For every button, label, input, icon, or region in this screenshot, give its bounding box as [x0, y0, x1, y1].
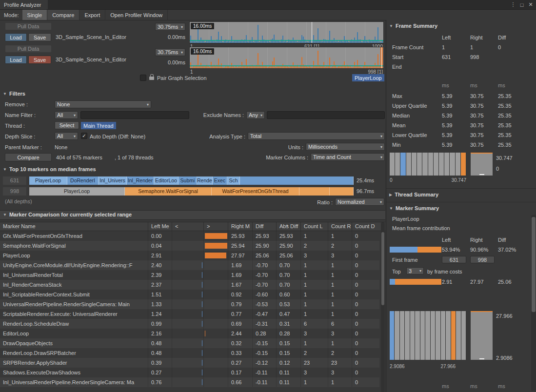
frame-time-graph-left[interactable]: 16.00ms	[189, 21, 384, 43]
marker-segment[interactable]: Rende	[197, 176, 213, 185]
marker-segment[interactable]: DoRenderI	[67, 176, 99, 185]
table-row[interactable]: Semaphore.WaitForSignal0.0425.9425.9025.…	[0, 241, 379, 251]
table-row[interactable]: ScriptableRenderer.Execute: UniversalRen…	[0, 309, 379, 319]
units-dropdown[interactable]: Milliseconds ▾	[306, 143, 385, 151]
table-row[interactable]: RenderLoop.ScheduleDraw0.990.69-0.310.31…	[0, 319, 379, 329]
panel-scrollbar-thumb[interactable]	[532, 217, 536, 312]
marker-segment[interactable]: PlayerLoop	[29, 187, 125, 196]
table-row[interactable]: Inl_ScriptableRenderContext.Submit1.510.…	[0, 290, 379, 299]
frame-number-badge[interactable]: 631	[3, 176, 26, 185]
summary-row: Upper Quartile5.3930.7525.35	[386, 101, 536, 111]
column-right-mean[interactable]: Right M	[228, 222, 252, 231]
frame-summary-header[interactable]: ▼ Frame Summary	[389, 23, 437, 29]
window-tab[interactable]: Profile Analyzer	[0, 0, 48, 9]
graph-max-dropdown-right[interactable]: 30.75ms ▾	[155, 48, 185, 56]
marker-summary-histogram[interactable]	[390, 311, 466, 360]
marker-columns-dropdown[interactable]: Time and Count ▾	[311, 153, 385, 161]
table-row[interactable]: Inl_UniversalRenderTotal2.391.69-0.700.7…	[0, 270, 379, 280]
table-row[interactable]: Inl_UniversalRenderPipeline.RenderSingle…	[0, 377, 379, 387]
depth-slice-dropdown[interactable]: All ▾	[55, 132, 78, 140]
pull-data-button-right[interactable]: Pull Data	[5, 45, 52, 53]
close-icon[interactable]: ✕	[526, 0, 535, 9]
pull-data-button-left[interactable]: Pull Data	[5, 22, 52, 30]
column-right-bar[interactable]: >	[203, 222, 228, 231]
cell-diff-bar	[203, 260, 228, 270]
table-row[interactable]: Shadows.ExecuteDrawShadows0.270.17-0.110…	[0, 368, 379, 377]
comparison-header[interactable]: ▼ Marker Comparison for currently select…	[3, 212, 385, 217]
load-button-left[interactable]: Load	[5, 33, 27, 41]
mode-single-button[interactable]: Single	[22, 10, 48, 20]
thread-value-chip[interactable]: Main Thread	[81, 122, 116, 129]
maximize-icon[interactable]: □	[517, 0, 526, 9]
marker-segment[interactable]: WaitForPresentOnGfxThread	[212, 187, 299, 196]
marker-segment[interactable]: Inl_Univers	[99, 176, 127, 185]
exclude-mode-dropdown[interactable]: Any ▾	[246, 111, 265, 119]
ratio-dropdown[interactable]: Normalized ▾	[335, 198, 384, 206]
table-row[interactable]: UnityEngine.CoreModule.dll!UnityEngine.R…	[0, 260, 379, 270]
column-marker-name[interactable]: Marker Name	[0, 222, 148, 231]
graph-max-dropdown-left[interactable]: 30.75ms ▾	[155, 23, 185, 31]
exclude-mode-value: Any	[249, 112, 258, 118]
table-row[interactable]: SRPBRender.ApplyShader0.390.27-0.120.122…	[0, 358, 379, 368]
save-button-left[interactable]: Save	[28, 33, 51, 41]
name-filter-input[interactable]	[80, 111, 189, 119]
mode-compare-button[interactable]: Compare	[47, 10, 79, 20]
column-count-right[interactable]: Count R	[328, 222, 352, 231]
open-profiler-button[interactable]: Open Profiler Window	[105, 10, 168, 20]
save-button-right[interactable]: Save	[28, 56, 51, 64]
cell-diff-bar	[203, 348, 228, 358]
marker-segment[interactable]: Exec	[213, 176, 227, 185]
exclude-names-input[interactable]	[267, 111, 385, 119]
graph-bar	[203, 40, 204, 43]
column-count-left[interactable]: Count L	[300, 222, 328, 231]
auto-depth-checkbox[interactable]: ✓	[81, 133, 87, 139]
marker-segment[interactable]	[299, 187, 330, 196]
analysis-type-dropdown[interactable]: Total ▾	[248, 132, 385, 140]
table-row[interactable]: EditorLoop2.162.440.280.28330	[0, 329, 379, 338]
selected-marker-chip[interactable]: PlayerLoop	[352, 74, 384, 81]
column-diff[interactable]: Diff	[252, 222, 276, 231]
marker-segment[interactable]	[240, 176, 354, 185]
column-left-bar[interactable]: <	[172, 222, 203, 231]
load-button-right[interactable]: Load	[5, 56, 27, 64]
table-row[interactable]: PlayerLoop2.9127.9725.0625.06330	[0, 251, 379, 260]
graph-bar	[332, 66, 333, 68]
cell-diff-bar	[172, 329, 203, 338]
frame-summary-histogram[interactable]	[390, 153, 466, 176]
table-row[interactable]: Gfx.WaitForPresentOnGfxThread0.0025.9325…	[0, 231, 379, 241]
marker-segment[interactable]: EditorLoo	[154, 176, 179, 185]
frame-time-graph-right[interactable]: 16.00ms	[189, 47, 384, 69]
column-abs-diff[interactable]: ▲ Abs Diff	[276, 222, 300, 231]
table-scrollbar-thumb[interactable]	[381, 232, 384, 305]
marker-segment[interactable]: PlayerLoop	[29, 176, 67, 185]
kebab-menu-icon[interactable]: ⋮	[509, 0, 517, 9]
cell-diff-bar	[203, 251, 228, 260]
marker-segment[interactable]: Semaphore.WaitForSignal	[125, 187, 212, 196]
marker-segment[interactable]: Sch	[227, 176, 240, 185]
panel-scrollbar[interactable]	[531, 215, 536, 391]
frame-number-badge[interactable]: 998	[3, 187, 26, 196]
marker-segment[interactable]: Submi	[179, 176, 197, 185]
marker-segment[interactable]: Inl_Render	[127, 176, 154, 185]
compare-button[interactable]: Compare	[5, 153, 52, 161]
export-button[interactable]: Export	[79, 10, 105, 20]
first-frame-left-button[interactable]: 631	[442, 256, 466, 263]
marker-summary-header[interactable]: ▼ Marker Summary	[389, 205, 439, 211]
name-filter-mode-dropdown[interactable]: All ▾	[55, 111, 78, 119]
marker-segment[interactable]	[330, 187, 354, 196]
table-row[interactable]: Inl_RenderCameraStack2.371.67-0.700.7011…	[0, 280, 379, 290]
table-row[interactable]: RenderLoop.DrawSRPBatcher0.480.33-0.150.…	[0, 348, 379, 358]
column-left-mean[interactable]: Left Me	[148, 222, 172, 231]
filters-header[interactable]: ▼ Filters	[3, 91, 25, 97]
table-row[interactable]: UniversalRenderPipeline.RenderSingleCame…	[0, 299, 379, 309]
top10-header[interactable]: ▼ Top 10 markers on median frames	[3, 166, 96, 172]
first-frame-right-button[interactable]: 998	[470, 256, 495, 263]
thread-select-button[interactable]: Select	[55, 121, 79, 129]
table-scrollbar[interactable]	[381, 222, 385, 392]
pair-graph-selection-checkbox[interactable]	[140, 75, 146, 81]
table-row[interactable]: DrawOpaqueObjects0.480.32-0.150.15110	[0, 338, 379, 348]
remove-dropdown[interactable]: None ▾	[55, 100, 151, 108]
thread-summary-header[interactable]: ▶ Thread Summary	[389, 192, 438, 197]
column-count-diff[interactable]: Count D	[352, 222, 379, 231]
top-n-dropdown[interactable]: 3 ▾	[406, 267, 424, 274]
